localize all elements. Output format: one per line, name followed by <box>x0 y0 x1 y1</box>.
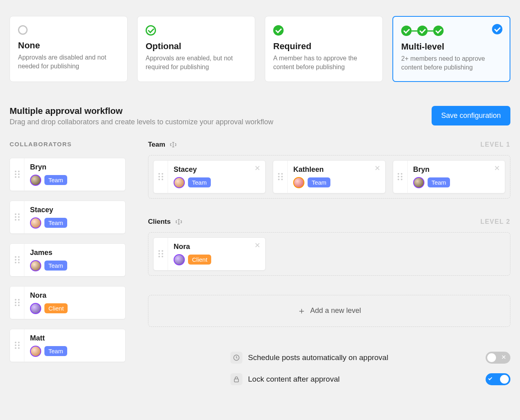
drag-handle[interactable] <box>10 244 24 276</box>
avatar <box>293 177 304 188</box>
role-tag: Team <box>188 177 211 187</box>
option-required[interactable]: Required A member has to approve the con… <box>265 16 383 82</box>
option-none[interactable]: None Approvals are disabled and not need… <box>10 16 128 82</box>
level-member-card[interactable]: Nora Client ✕ <box>153 237 266 271</box>
level-number: LEVEL 1 <box>480 141 510 148</box>
setting-label: Lock content after approval <box>248 375 340 384</box>
level-header: Team LEVEL 1 <box>148 141 510 149</box>
save-configuration-button[interactable]: Save configuration <box>432 106 510 125</box>
add-level-button[interactable]: ＋ Add a new level <box>148 295 510 327</box>
avatar <box>174 177 185 188</box>
avatar <box>30 303 41 314</box>
lock-icon <box>230 373 242 385</box>
check-icon <box>488 376 492 380</box>
avatar <box>30 217 41 229</box>
workflow-header: Multiple approval workflow Drag and drop… <box>10 106 510 126</box>
option-title: Multi-level <box>401 42 502 52</box>
role-tag: Team <box>44 218 67 228</box>
drag-handle[interactable] <box>273 161 288 193</box>
x-icon: ✕ <box>501 354 506 361</box>
drag-handle[interactable] <box>393 161 408 193</box>
collaborator-card[interactable]: Nora Client <box>10 286 126 319</box>
collaborator-card[interactable]: James Team <box>10 243 126 277</box>
option-multi-level[interactable]: Multi-level 2+ members need to approve c… <box>392 16 510 82</box>
workflow-subtitle: Drag and drop collaborators and create l… <box>10 118 273 126</box>
option-optional[interactable]: Optional Approvals are enabled, but not … <box>137 16 255 82</box>
role-tag: Team <box>44 175 67 185</box>
level-title: Team <box>148 141 165 149</box>
add-level-label: Add a new level <box>310 307 361 315</box>
option-title: None <box>18 40 119 51</box>
level-title: Clients <box>148 218 171 226</box>
drag-handle[interactable] <box>10 329 24 362</box>
collaborator-name: James <box>30 249 120 257</box>
drag-handle[interactable] <box>10 287 24 319</box>
option-desc: 2+ members need to approve content befor… <box>401 54 502 72</box>
workflow-title: Multiple approval workflow <box>10 106 273 116</box>
remove-member-icon[interactable]: ✕ <box>374 165 380 172</box>
avatar <box>30 260 41 271</box>
collaborator-card[interactable]: Matt Team <box>10 329 126 362</box>
option-desc: Approvals are enabled, but not required … <box>146 54 247 72</box>
drag-handle[interactable] <box>10 201 24 233</box>
remove-member-icon[interactable]: ✕ <box>254 165 260 172</box>
level-member-card[interactable]: Bryn Team ✕ <box>393 160 505 193</box>
option-title: Optional <box>146 41 247 52</box>
avatar <box>30 175 41 186</box>
collaborator-name: Stacey <box>30 206 120 214</box>
plus-icon: ＋ <box>297 307 306 315</box>
remove-member-icon[interactable]: ✕ <box>254 242 260 249</box>
schedule-toggle[interactable]: ✕ <box>486 352 510 364</box>
selected-check-icon <box>492 24 502 34</box>
member-name: Kathleen <box>293 165 379 174</box>
option-desc: A member has to approve the content befo… <box>273 54 374 72</box>
role-tag: Team <box>44 346 67 356</box>
role-tag: Team <box>428 177 450 187</box>
collaborator-card[interactable]: Stacey Team <box>10 201 126 234</box>
member-name: Nora <box>174 243 260 251</box>
member-name: Stacey <box>174 165 260 174</box>
level-member-card[interactable]: Stacey Team ✕ <box>153 160 266 193</box>
level-dropzone[interactable]: Stacey Team ✕ Kathleen Team ✕ Bryn <box>148 155 510 199</box>
member-name: Bryn <box>413 165 499 174</box>
levels-column: Team LEVEL 1 Stacey Team ✕ Kathleen Team <box>148 141 510 390</box>
drag-handle[interactable] <box>154 161 168 193</box>
check-outline-icon <box>146 25 156 36</box>
drag-handle[interactable] <box>10 158 24 191</box>
avatar <box>30 346 41 357</box>
role-tag: Client <box>44 303 68 313</box>
approval-options-grid: None Approvals are disabled and not need… <box>10 16 510 82</box>
setting-label: Schedule posts automatically on approval <box>248 353 388 362</box>
option-desc: Approvals are disabled and not needed fo… <box>18 53 119 71</box>
role-tag: Team <box>308 177 330 187</box>
collaborator-name: Bryn <box>30 163 120 171</box>
svg-rect-1 <box>234 379 239 382</box>
empty-circle-icon <box>18 25 28 35</box>
setting-row-schedule: Schedule posts automatically on approval… <box>230 347 510 368</box>
clock-icon <box>230 352 242 364</box>
level-number: LEVEL 2 <box>480 218 510 225</box>
lock-toggle[interactable] <box>486 373 510 385</box>
collaborators-column: COLLABORATORS Bryn Team Stacey Team Jame… <box>10 141 126 372</box>
option-title: Required <box>273 41 374 52</box>
collaborators-heading: COLLABORATORS <box>10 141 126 147</box>
collaborator-name: Nora <box>30 291 120 300</box>
rename-icon[interactable] <box>175 218 183 226</box>
role-tag: Client <box>188 255 211 265</box>
avatar <box>174 254 185 265</box>
setting-row-lock: Lock content after approval <box>230 368 510 390</box>
level-member-card[interactable]: Kathleen Team ✕ <box>273 160 385 193</box>
check-solid-icon <box>273 25 284 36</box>
collaborator-name: Matt <box>30 334 120 342</box>
drag-handle[interactable] <box>154 238 168 270</box>
level-header: Clients LEVEL 2 <box>148 218 510 226</box>
multi-check-icon <box>401 26 444 36</box>
rename-icon[interactable] <box>169 141 177 149</box>
avatar <box>413 177 424 188</box>
role-tag: Team <box>44 261 67 271</box>
level-dropzone[interactable]: Nora Client ✕ <box>148 232 510 276</box>
collaborator-card[interactable]: Bryn Team <box>10 158 126 191</box>
remove-member-icon[interactable]: ✕ <box>494 165 500 172</box>
